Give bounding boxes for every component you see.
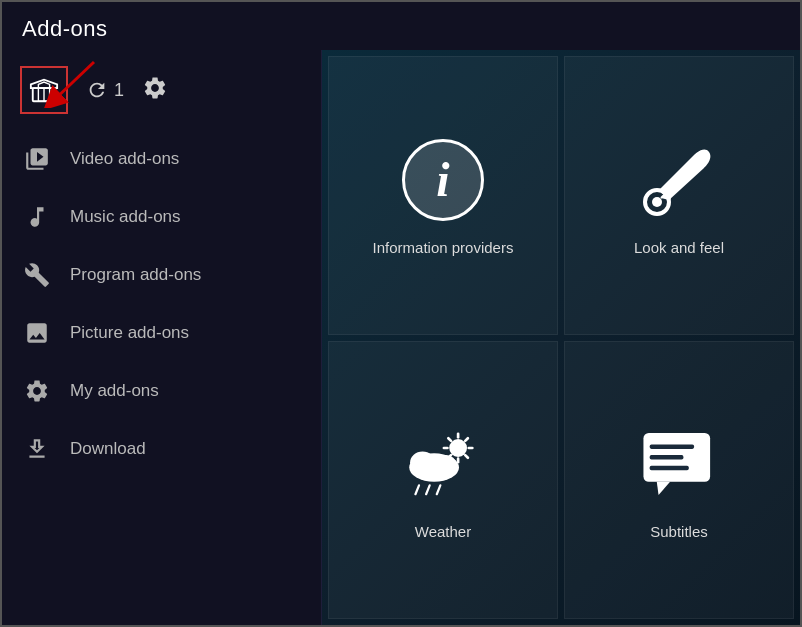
svg-rect-23	[650, 445, 694, 449]
svg-point-6	[652, 197, 662, 207]
look-feel-icon	[634, 135, 724, 225]
package-icon	[29, 75, 59, 105]
sidebar-item-video[interactable]: Video add-ons	[2, 130, 321, 188]
picture-icon	[22, 318, 52, 348]
main-layout: 1	[2, 50, 800, 625]
svg-rect-24	[650, 455, 684, 459]
svg-marker-26	[657, 482, 670, 495]
subtitles-bubble-icon	[639, 424, 719, 504]
main-content-grid: i Information providers Look and feel	[322, 50, 800, 625]
music-icon	[22, 202, 52, 232]
sidebar-item-video-label: Video add-ons	[70, 149, 179, 169]
sidebar-item-myadd-label: My add-ons	[70, 381, 159, 401]
toolbar-area: 1	[2, 60, 321, 130]
sidebar-item-picture-label: Picture add-ons	[70, 323, 189, 343]
sidebar-item-program-label: Program add-ons	[70, 265, 201, 285]
install-from-zip-button[interactable]	[20, 66, 68, 114]
sidebar-item-program[interactable]: Program add-ons	[2, 246, 321, 304]
grid-item-weather[interactable]: Weather	[328, 341, 558, 620]
weather-icon	[398, 419, 488, 509]
subtitles-icon	[634, 419, 724, 509]
sidebar-item-download-label: Download	[70, 439, 146, 459]
paint-brush-icon	[639, 140, 719, 220]
sidebar-item-music[interactable]: Music add-ons	[2, 188, 321, 246]
svg-point-18	[435, 455, 456, 473]
look-feel-label: Look and feel	[634, 239, 724, 256]
grid-item-subtitles[interactable]: Subtitles	[564, 341, 794, 620]
page-title: Add-ons	[22, 16, 107, 41]
toolbar: 1	[2, 60, 321, 130]
gear-icon	[142, 75, 168, 101]
check-updates-button[interactable]: 1	[86, 79, 124, 101]
settings-button[interactable]	[142, 75, 168, 105]
svg-line-21	[437, 486, 441, 495]
svg-line-13	[465, 455, 468, 458]
sidebar-item-myadd[interactable]: My add-ons	[2, 362, 321, 420]
refresh-icon	[86, 79, 108, 101]
subtitles-label: Subtitles	[650, 523, 708, 540]
svg-line-20	[426, 486, 430, 495]
svg-rect-25	[650, 466, 689, 470]
update-count: 1	[114, 80, 124, 101]
svg-line-14	[465, 438, 468, 441]
video-icon	[22, 144, 52, 174]
sidebar: 1	[2, 50, 322, 625]
title-bar: Add-ons	[2, 2, 800, 50]
sidebar-item-music-label: Music add-ons	[70, 207, 181, 227]
sidebar-item-picture[interactable]: Picture add-ons	[2, 304, 321, 362]
nav-items: Video add-ons Music add-ons	[2, 130, 321, 625]
program-icon	[22, 260, 52, 290]
info-providers-label: Information providers	[373, 239, 514, 256]
download-icon	[22, 434, 52, 464]
svg-line-12	[448, 438, 451, 441]
grid-item-look-feel[interactable]: Look and feel	[564, 56, 794, 335]
app-container: Add-ons	[2, 2, 800, 625]
grid-item-info-providers[interactable]: i Information providers	[328, 56, 558, 335]
weather-label: Weather	[415, 523, 471, 540]
myadd-icon	[22, 376, 52, 406]
info-providers-icon: i	[398, 135, 488, 225]
sidebar-item-download[interactable]: Download	[2, 420, 321, 478]
weather-cloud-icon	[403, 424, 483, 504]
svg-point-17	[410, 452, 435, 473]
svg-line-19	[415, 486, 419, 495]
